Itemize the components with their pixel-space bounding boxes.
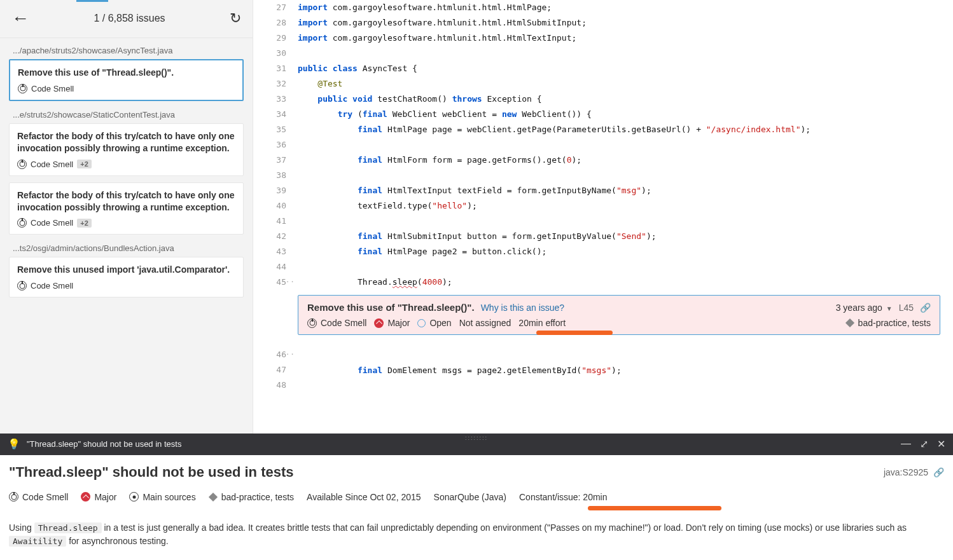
code-line: try (final WebClient webClient = new Web…: [298, 107, 940, 122]
issue-meta: Code Smell: [17, 281, 235, 290]
issue-title: Remove this use of "Thread.sleep()".: [307, 302, 475, 313]
lightbulb-icon: 💡: [8, 438, 20, 450]
code-viewer: 27282930313233343536373839404142434445··…: [253, 0, 953, 434]
code-line: import com.gargoylesoftware.htmlunit.htm…: [298, 31, 940, 46]
issue-card[interactable]: Refactor the body of this try/catch to h…: [9, 182, 244, 235]
issue-meta: Code Smell+2: [17, 218, 235, 228]
code-line: [298, 348, 940, 363]
issue-title: Refactor the body of this try/catch to h…: [17, 189, 235, 214]
code-line: Thread.sleep(4000);: [298, 275, 940, 290]
rule-description: Using Thread.sleep in a test is just gen…: [9, 521, 944, 549]
rule-panel-bar[interactable]: :::::::: 💡 "Thread.sleep" should not be …: [0, 434, 953, 455]
highlight-marker: [588, 506, 721, 510]
reload-icon[interactable]: ↻: [230, 10, 241, 27]
code-body: import com.gargoylesoftware.htmlunit.htm…: [298, 0, 953, 434]
highlight-marker: [536, 331, 613, 335]
issue-assignee[interactable]: Not assigned: [459, 318, 511, 328]
tag-icon: [845, 318, 854, 327]
code-line: [298, 168, 940, 183]
rule-id: java:S2925: [884, 467, 928, 477]
line-gutter: 27282930313233343536373839404142434445··…: [253, 0, 298, 434]
major-icon: [81, 492, 90, 502]
rule-meta: Code Smell Major Main sources bad-practi…: [9, 492, 944, 502]
code-line: @Test: [298, 76, 940, 92]
code-line: import com.gargoylesoftware.htmlunit.htm…: [298, 0, 940, 15]
rule-title: "Thread.sleep" should not be used in tes…: [9, 464, 294, 481]
issue-list[interactable]: .../apache/struts2/showcase/AsyncTest.ja…: [0, 38, 253, 434]
issue-effort: 20min effort: [518, 318, 566, 328]
inline-issue-box[interactable]: Remove this use of "Thread.sleep()".Why …: [298, 295, 940, 335]
file-path[interactable]: ...ts2/osgi/admin/actions/BundlesAction.…: [9, 241, 244, 257]
tag-icon: [209, 493, 218, 502]
code-line: textField.type("hello");: [298, 198, 940, 214]
code-smell-icon: [17, 281, 27, 290]
code-smell-icon: [17, 160, 27, 169]
permalink-icon[interactable]: 🔗: [933, 467, 944, 477]
code-smell-icon: [9, 492, 18, 502]
code-line: [298, 378, 940, 393]
permalink-icon[interactable]: 🔗: [920, 303, 931, 313]
back-icon[interactable]: ←: [11, 10, 29, 27]
close-icon[interactable]: ✕: [937, 438, 945, 450]
issue-title: Remove this use of "Thread.sleep()".: [18, 67, 235, 79]
code-line: final HtmlPage page2 = button.click();: [298, 244, 940, 259]
panel-title: "Thread.sleep" should not be used in tes…: [27, 439, 181, 449]
issue-title: Refactor the body of this try/catch to h…: [17, 130, 235, 154]
rule-detail-panel: "Thread.sleep" should not be used in tes…: [0, 455, 953, 560]
code-line: final DomElement msgs = page2.getElement…: [298, 363, 940, 378]
code-line: [298, 214, 940, 229]
status-icon: [417, 319, 426, 327]
code-line: public void testChatRoom() throws Except…: [298, 92, 940, 107]
code-line: [298, 46, 940, 61]
scope-icon: [129, 492, 139, 502]
plus-badge: +2: [77, 219, 92, 228]
file-path[interactable]: .../apache/struts2/showcase/AsyncTest.ja…: [9, 43, 244, 59]
issue-meta: Code Smell: [18, 84, 235, 93]
code-smell-icon: [17, 218, 27, 228]
code-line: final HtmlSubmitInput button = form.getI…: [298, 229, 940, 244]
code-line: final HtmlForm form = page.getForms().ge…: [298, 153, 940, 168]
code-line: final HtmlTextInput textField = form.get…: [298, 183, 940, 198]
issue-line: L45: [899, 303, 914, 313]
issue-title: Remove this unused import 'java.util.Com…: [17, 264, 235, 276]
expand-icon[interactable]: ⤢: [920, 438, 928, 450]
minimize-icon[interactable]: —: [901, 438, 911, 450]
code-smell-icon: [18, 84, 27, 93]
plus-badge: +2: [77, 160, 92, 168]
code-line: [298, 137, 940, 153]
code-line: import com.gargoylesoftware.htmlunit.htm…: [298, 15, 940, 31]
code-line: [298, 259, 940, 275]
file-path[interactable]: ...e/struts2/showcase/StaticContentTest.…: [9, 107, 244, 123]
why-link[interactable]: Why is this an issue?: [481, 303, 565, 313]
major-icon: [374, 318, 384, 328]
code-line: public class AsyncTest {: [298, 61, 940, 76]
issues-sidebar: ← 1 / 6,858 issues ↻ .../apache/struts2/…: [0, 0, 253, 434]
issue-card[interactable]: Refactor the body of this try/catch to h…: [9, 123, 244, 176]
code-line: final HtmlPage page = webClient.getPage(…: [298, 122, 940, 137]
code-smell-icon: [307, 318, 317, 328]
issue-counter: 1 / 6,858 issues: [38, 13, 221, 24]
drag-handle-icon[interactable]: ::::::::: [465, 435, 488, 441]
issue-card[interactable]: Remove this unused import 'java.util.Com…: [9, 257, 244, 297]
issue-card[interactable]: Remove this use of "Thread.sleep()".Code…: [9, 59, 244, 101]
issue-age[interactable]: 3 years ago ▼: [836, 303, 893, 313]
issue-meta: Code Smell+2: [17, 160, 235, 169]
